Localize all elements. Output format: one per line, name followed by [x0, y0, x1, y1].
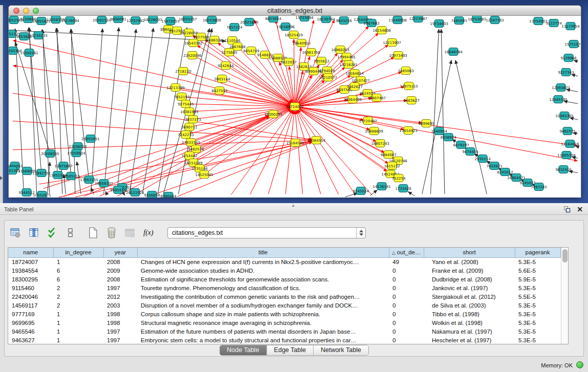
column-header-out-de[interactable]: △out_de…: [389, 248, 424, 257]
network-canvas[interactable]: 1805256991506961605582111058339152760942…: [9, 16, 581, 198]
table-row[interactable]: 1830029562008Estimation of significance …: [8, 275, 560, 283]
graph-node[interactable]: 12093873: [552, 84, 570, 92]
graph-node[interactable]: 8813054: [265, 16, 281, 23]
graph-node[interactable]: 12975115: [400, 82, 418, 90]
graph-node[interactable]: 9275445: [178, 100, 193, 108]
graph-node[interactable]: 9356858: [144, 191, 160, 198]
graph-node[interactable]: 13754907: [529, 17, 548, 25]
graph-node[interactable]: 9899695: [418, 120, 434, 127]
table-row[interactable]: 2242004622012Investigating the contribut…: [8, 292, 560, 301]
graph-node[interactable]: 20501524: [93, 16, 111, 24]
graph-node[interactable]: 7242233: [178, 131, 193, 139]
graph-node[interactable]: 9463627: [403, 97, 419, 104]
table-selector-dropdown[interactable]: citations_edges.txt: [167, 227, 366, 238]
table-row[interactable]: 946554611997Estimation of the future num…: [8, 327, 560, 336]
graph-node[interactable]: 16055257: [179, 16, 197, 23]
graph-node[interactable]: 18226033: [144, 16, 162, 24]
graph-node[interactable]: 11173954: [561, 23, 580, 30]
graph-node[interactable]: 7857224: [226, 24, 243, 31]
graph-node[interactable]: 7632621: [486, 162, 502, 170]
graph-node[interactable]: 2935114: [474, 155, 491, 163]
new-table-icon[interactable]: [86, 226, 100, 240]
table-scrollbar[interactable]: [561, 248, 569, 344]
graph-node[interactable]: 14136141: [373, 183, 391, 190]
graph-node[interactable]: 16961758: [302, 49, 320, 56]
column-header-title[interactable]: title: [137, 248, 389, 257]
graph-node[interactable]: 18753083: [468, 16, 486, 23]
graph-node[interactable]: 16960203: [331, 46, 350, 54]
graph-node[interactable]: 11548908: [388, 16, 407, 24]
graph-node[interactable]: 17359924: [67, 149, 85, 157]
graph-node[interactable]: 18164614: [345, 70, 364, 77]
graph-node[interactable]: 15350161: [20, 49, 38, 57]
select-all-icon[interactable]: [46, 226, 59, 240]
table-row[interactable]: 969969511998Structural magnetic resonanc…: [8, 318, 560, 327]
graph-node[interactable]: 18325419: [285, 31, 303, 39]
graph-node[interactable]: 2690711: [181, 123, 197, 131]
graph-node[interactable]: 9643256: [336, 17, 352, 25]
graph-node[interactable]: 15184545: [286, 139, 304, 147]
graph-node[interactable]: 20364459: [343, 96, 362, 103]
table-row[interactable]: 1872400712008Changes of HCN gene express…: [8, 257, 560, 266]
graph-node[interactable]: 16210577: [319, 74, 337, 81]
graph-node[interactable]: 9806091: [110, 16, 126, 23]
graph-node[interactable]: 18640910: [292, 39, 311, 47]
graph-node[interactable]: 9122774: [546, 19, 562, 27]
graph-node[interactable]: 12347763: [486, 16, 504, 24]
graph-node[interactable]: 19218996: [276, 23, 295, 31]
graph-node[interactable]: 10552871: [33, 191, 51, 198]
delete-table-icon[interactable]: [105, 226, 118, 240]
graph-node[interactable]: 12444195: [549, 96, 568, 103]
function-builder-icon[interactable]: f(x): [142, 226, 155, 240]
graph-node[interactable]: 20121925: [126, 189, 144, 196]
table-scrollbar-thumb[interactable]: [562, 249, 568, 262]
graph-node[interactable]: 1733426: [395, 185, 411, 192]
tab-edge-table[interactable]: Edge Table: [266, 345, 313, 355]
graph-node[interactable]: 15723094: [295, 16, 314, 21]
graph-node[interactable]: 9344512: [18, 189, 34, 196]
graph-node[interactable]: 17654923: [399, 127, 418, 135]
import-table-icon[interactable]: [123, 226, 137, 240]
table-settings-icon[interactable]: [9, 226, 22, 240]
graph-node[interactable]: 19734933: [430, 20, 448, 28]
network-window-titlebar[interactable]: citations_edges.txt: [9, 6, 581, 16]
graph-node[interactable]: 20206535: [41, 150, 59, 158]
graph-node[interactable]: 10688609: [365, 127, 383, 135]
graph-node[interactable]: 16648784: [444, 48, 463, 56]
graph-node[interactable]: 18130764: [317, 16, 335, 23]
deselect-all-icon[interactable]: [64, 226, 77, 240]
graph-node[interactable]: 9227343: [558, 69, 574, 76]
graph-node[interactable]: 15472053: [161, 17, 180, 25]
graph-node[interactable]: 15751074: [564, 40, 581, 48]
graph-node[interactable]: 8245034: [353, 187, 369, 195]
graph-node[interactable]: 20021650: [240, 18, 258, 26]
graph-node[interactable]: 6879197: [453, 141, 469, 149]
graph-node[interactable]: 8990444: [160, 192, 177, 198]
column-header-short[interactable]: short: [424, 248, 515, 257]
graph-node[interactable]: 7485093: [451, 17, 467, 25]
graph-node[interactable]: 10365365: [555, 112, 574, 120]
table-row[interactable]: 1456911722003Disruption of a novel membe…: [8, 301, 560, 310]
graph-node[interactable]: 9832416: [555, 166, 572, 173]
graph-node[interactable]: 7852193: [173, 93, 189, 101]
column-header-pagerank[interactable]: pagerank: [515, 248, 560, 257]
graph-node[interactable]: 12707942: [126, 17, 145, 25]
tab-node-table[interactable]: Node Table: [220, 345, 266, 355]
graph-node[interactable]: 12213997: [383, 39, 401, 47]
graph-node[interactable]: 10973493: [389, 52, 407, 59]
table-row[interactable]: 977716911998Corpus callosum shape and si…: [8, 310, 560, 318]
column-header-in-degree[interactable]: in_degree: [53, 248, 103, 257]
graph-node[interactable]: 7485063: [398, 67, 413, 75]
graph-node[interactable]: 9482575: [559, 127, 575, 135]
graph-node[interactable]: 9242844: [217, 62, 234, 70]
memory-status-indicator[interactable]: [576, 361, 583, 368]
column-header-name[interactable]: name: [8, 248, 53, 257]
graph-node[interactable]: 16154808: [373, 27, 391, 34]
graph-node[interactable]: 12213987: [409, 16, 427, 23]
splitter-grip[interactable]: ▲: [291, 203, 295, 208]
column-header-year[interactable]: year: [103, 248, 137, 257]
float-panel-icon[interactable]: [563, 206, 571, 213]
graph-node[interactable]: 7955812: [313, 57, 329, 65]
table-row[interactable]: 946362711997Embryonic stem cells: a mode…: [8, 336, 560, 344]
column-visibility-icon[interactable]: [27, 226, 40, 240]
